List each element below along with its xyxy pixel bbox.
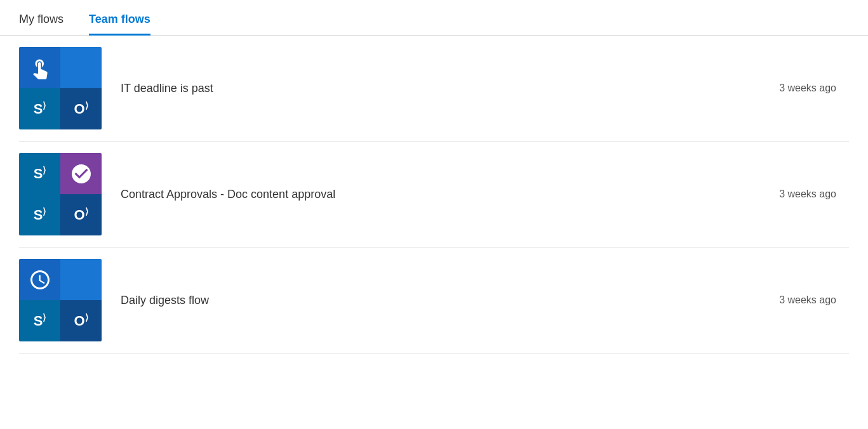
flow-time: 3 weeks ago xyxy=(779,82,849,94)
flow-list: S⟩ O⟩ IT deadline is past 3 weeks ago S⟩ xyxy=(0,36,868,353)
icon-cell-outlook: O⟩ xyxy=(60,300,102,341)
icon-cell-clock xyxy=(19,259,60,300)
icon-cell-empty xyxy=(60,259,102,300)
flow-info: Contract Approvals - Doc content approva… xyxy=(102,188,779,201)
icon-cell-touch xyxy=(19,47,60,88)
icon-cell-sharepoint: S⟩ xyxy=(19,88,60,129)
tab-bar: My flows Team flows xyxy=(0,0,868,36)
icon-cell-outlook: O⟩ xyxy=(60,88,102,129)
icon-cell-approval xyxy=(60,153,102,194)
icon-cell-sharepoint: S⟩ xyxy=(19,300,60,341)
icon-cell-outlook: O⟩ xyxy=(60,194,102,235)
flow-item[interactable]: S⟩ O⟩ Daily digests flow 3 weeks ago xyxy=(19,248,849,353)
flow-icon: S⟩ O⟩ xyxy=(19,259,102,341)
flow-info: Daily digests flow xyxy=(102,294,779,307)
flow-item[interactable]: S⟩ O⟩ IT deadline is past 3 weeks ago xyxy=(19,36,849,142)
flow-info: IT deadline is past xyxy=(102,82,779,95)
flow-time: 3 weeks ago xyxy=(779,188,849,200)
flow-icon: S⟩ S⟩ O⟩ xyxy=(19,153,102,235)
flow-time: 3 weeks ago xyxy=(779,294,849,306)
icon-cell-sharepoint: S⟩ xyxy=(19,194,60,235)
icon-cell-sharepoint: S⟩ xyxy=(19,153,60,194)
tab-team-flows[interactable]: Team flows xyxy=(89,13,150,36)
icon-cell-empty xyxy=(60,47,102,88)
tab-my-flows[interactable]: My flows xyxy=(19,13,63,36)
flow-name: IT deadline is past xyxy=(121,82,213,95)
flow-item[interactable]: S⟩ S⟩ O⟩ Contract Approvals - Doc conten… xyxy=(19,142,849,248)
flow-icon: S⟩ O⟩ xyxy=(19,47,102,129)
flow-name: Daily digests flow xyxy=(121,294,209,307)
flow-name: Contract Approvals - Doc content approva… xyxy=(121,188,335,201)
